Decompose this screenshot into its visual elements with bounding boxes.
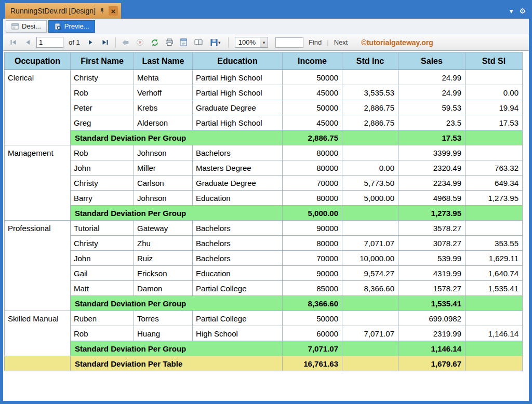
group-footer-income: 5,000.00 <box>283 206 342 221</box>
cell-std-sl <box>466 70 523 85</box>
occupation-group-cell: Management <box>5 145 71 221</box>
cell-education: Bachelors <box>193 236 283 251</box>
cell-education: Bachelors <box>193 251 283 266</box>
cell-std-inc: 7,071.07 <box>342 326 398 341</box>
cell-last-name: Johnson <box>134 145 193 160</box>
cell-std-inc: 5,000.00 <box>342 191 398 206</box>
document-tab[interactable]: RunningStDev.rdl [Design] × <box>5 3 121 19</box>
refresh-icon <box>151 38 159 47</box>
previous-page-button[interactable] <box>22 37 33 48</box>
group-footer-sales: 1,146.14 <box>398 341 466 356</box>
pin-button[interactable] <box>99 8 105 14</box>
cell-first-name: Christy <box>71 236 134 251</box>
cell-income: 80000 <box>283 191 342 206</box>
export-button[interactable]: ▾ <box>207 37 224 48</box>
cell-std-sl: 1,535.41 <box>466 281 523 296</box>
cell-education: Education <box>193 266 283 281</box>
cell-education: High School <box>193 326 283 341</box>
group-footer-row: Standard Deviation Per Group5,000.001,27… <box>5 206 523 221</box>
pin-icon <box>99 8 105 14</box>
table-footer-sales: 1,679.67 <box>398 356 466 371</box>
cell-std-inc: 8,366.60 <box>342 281 398 296</box>
cell-sales: 2320.49 <box>398 160 466 176</box>
chevron-down-icon[interactable]: ▾ <box>509 7 513 15</box>
gear-icon[interactable]: ⚙ <box>519 7 526 15</box>
column-header: Sales <box>398 52 466 70</box>
toolbar-separator <box>115 37 116 48</box>
table-row: RobVerhoffPartial High School450003,535.… <box>5 85 523 100</box>
page-number-input[interactable] <box>36 37 63 48</box>
page-setup-button[interactable] <box>193 37 204 48</box>
titlebar-controls: ▾ ⚙ <box>509 3 529 19</box>
occupation-group-cell: Skilled Manual <box>5 311 71 356</box>
group-footer-label: Standard Deviation Per Group <box>71 130 283 145</box>
cell-first-name: Tutorial <box>71 221 134 236</box>
group-footer-sales: 1,273.95 <box>398 206 466 221</box>
next-link[interactable]: Next <box>332 38 350 46</box>
cell-sales: 4319.99 <box>398 266 466 281</box>
cell-education: Bachelors <box>193 145 283 160</box>
table-row: Skilled ManualRubenTorresPartial College… <box>5 311 523 326</box>
last-page-icon <box>102 39 109 46</box>
column-header: Education <box>193 52 283 70</box>
print-button[interactable] <box>164 37 175 48</box>
cell-first-name: John <box>71 251 134 266</box>
column-header: Std Sl <box>466 52 523 70</box>
stop-button[interactable] <box>135 37 146 48</box>
cell-std-sl: 17.53 <box>466 115 523 130</box>
cell-std-inc <box>342 70 398 85</box>
refresh-button[interactable] <box>149 37 161 48</box>
cell-income: 70000 <box>283 176 342 191</box>
print-layout-button[interactable] <box>178 37 190 48</box>
tab-preview-label: Previe... <box>64 22 89 30</box>
find-link[interactable]: Find <box>307 38 324 46</box>
zoom-select[interactable]: 100% ▾ <box>235 37 268 48</box>
cell-income: 90000 <box>283 266 342 281</box>
table-row: MattDamonPartial College850008,366.60157… <box>5 281 523 296</box>
table-row: BarryJohnsonEducation800005,000.004968.5… <box>5 191 523 206</box>
tab-design-label: Desi... <box>22 22 41 30</box>
column-header: Occupation <box>5 52 71 70</box>
cell-income: 45000 <box>283 115 342 130</box>
cell-income: 80000 <box>283 160 342 176</box>
cell-sales: 699.0982 <box>398 311 466 326</box>
document-tab-title: RunningStDev.rdl [Design] <box>10 7 96 15</box>
back-button[interactable] <box>120 37 131 48</box>
first-page-button[interactable] <box>7 37 19 48</box>
find-next-divider: | <box>327 38 328 46</box>
print-layout-icon <box>180 38 187 46</box>
cell-first-name: Rob <box>71 85 134 100</box>
cell-std-inc: 3,535.53 <box>342 85 398 100</box>
report-canvas: OccupationFirst NameLast NameEducationIn… <box>3 51 529 401</box>
group-footer-income: 8,366.60 <box>283 296 342 311</box>
table-row: ChristyCarlsonGraduate Degree700005,773.… <box>5 176 523 191</box>
cell-first-name: Gail <box>71 266 134 281</box>
cell-income: 70000 <box>283 251 342 266</box>
cell-last-name: Verhoff <box>134 85 193 100</box>
cell-last-name: Erickson <box>134 266 193 281</box>
cell-income: 80000 <box>283 236 342 251</box>
occupation-group-cell: Professional <box>5 221 71 311</box>
cell-std-inc: 10,000.00 <box>342 251 398 266</box>
cell-first-name: Christy <box>71 176 134 191</box>
report-table: OccupationFirst NameLast NameEducationIn… <box>4 52 523 371</box>
back-icon <box>122 39 130 46</box>
close-icon[interactable]: × <box>109 6 118 16</box>
last-page-button[interactable] <box>100 37 111 48</box>
table-footer-income: 16,761.63 <box>283 356 342 371</box>
group-footer-std-inc <box>342 130 398 145</box>
cell-first-name: Rob <box>71 145 134 160</box>
cell-last-name: Zhu <box>134 236 193 251</box>
toolbar-separator <box>228 37 229 48</box>
cell-education: Partial College <box>193 311 283 326</box>
table-footer-std-inc <box>342 356 398 371</box>
tab-design[interactable]: Desi... <box>6 20 47 33</box>
find-input[interactable] <box>275 37 303 48</box>
brand-text: ©tutorialgateway.org <box>361 38 433 47</box>
cell-sales: 3399.99 <box>398 145 466 160</box>
cell-education: Partial High School <box>193 115 283 130</box>
next-page-button[interactable] <box>85 37 97 48</box>
app-window: RunningStDev.rdl [Design] × ▾ ⚙ Desi... … <box>0 0 532 404</box>
tab-preview[interactable]: Previe... <box>48 20 95 33</box>
cell-std-inc: 2,886.75 <box>342 115 398 130</box>
